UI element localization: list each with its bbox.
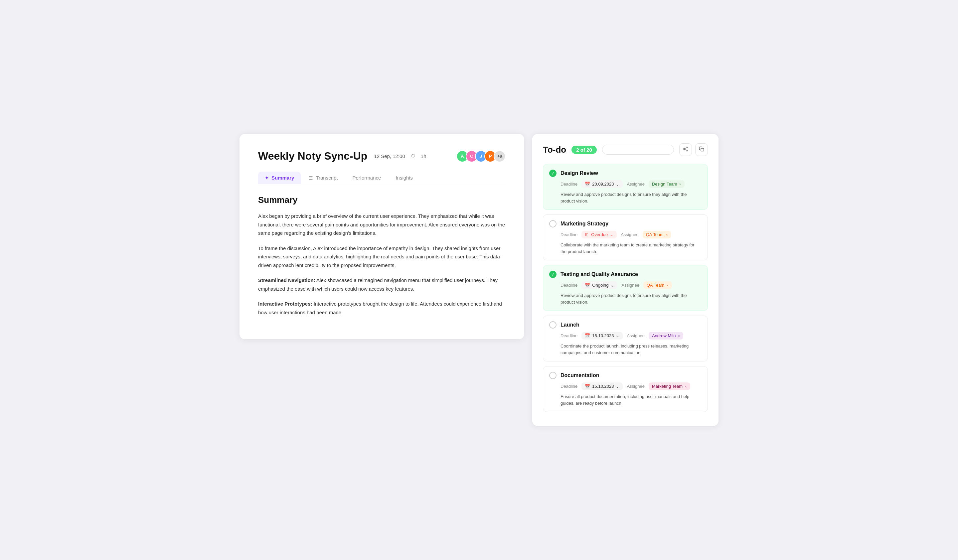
- tab-insights[interactable]: Insights: [389, 172, 419, 184]
- task-checkbox[interactable]: [549, 220, 557, 228]
- task-name: Design Review: [560, 170, 598, 176]
- assignee-pill[interactable]: Design Team ×: [649, 180, 685, 188]
- summary-paragraph: Alex began by providing a brief overview…: [258, 212, 506, 237]
- meeting-date: 12 Sep, 12:00: [374, 153, 405, 159]
- task-meta: Deadline🗓Overdue ⌄AssigneeQA Team ×: [549, 231, 701, 239]
- deadline-chevron-icon: ⌄: [610, 232, 614, 237]
- task-item: LaunchDeadline📅15.10.2023 ⌄AssigneeAndre…: [543, 316, 708, 361]
- svg-rect-5: [701, 148, 704, 151]
- duration-icon: ⏱: [411, 153, 416, 159]
- transcript-tab-icon: ☰: [309, 175, 313, 180]
- assignee-name: Marketing Team: [652, 384, 683, 389]
- remove-assignee-icon[interactable]: ×: [685, 384, 687, 388]
- assignee-pill[interactable]: Andrew Miln ×: [649, 332, 683, 340]
- task-meta: Deadline📅15.10.2023 ⌄AssigneeMarketing T…: [549, 383, 701, 390]
- summary-content: Alex began by providing a brief overview…: [258, 212, 506, 316]
- assignee-pill[interactable]: Marketing Team ×: [649, 383, 690, 390]
- tab-summary[interactable]: ✦Summary: [258, 172, 301, 184]
- app-container: Weekly Noty Sync-Up 12 Sep, 12:00 ⏱ 1h A…: [240, 134, 718, 426]
- task-header: Marketing Strategy: [549, 220, 701, 228]
- task-name: Launch: [560, 322, 579, 328]
- tab-transcript[interactable]: ☰Transcript: [302, 172, 344, 184]
- deadline-pill[interactable]: 🗓Overdue ⌄: [582, 231, 617, 239]
- task-item: DocumentationDeadline📅15.10.2023 ⌄Assign…: [543, 366, 708, 412]
- task-name: Marketing Strategy: [560, 221, 608, 227]
- assignee-name: Andrew Miln: [652, 333, 676, 338]
- deadline-chevron-icon: ⌄: [616, 333, 619, 338]
- task-checkbox[interactable]: ✓: [549, 169, 557, 177]
- task-description: Review and approve product designs to en…: [549, 292, 701, 305]
- header-icons: [679, 143, 708, 156]
- deadline-label: Deadline: [560, 384, 577, 389]
- tab-performance[interactable]: Performance: [346, 172, 388, 184]
- assignee-label: Assignee: [627, 384, 644, 389]
- tab-label: Insights: [395, 175, 413, 180]
- deadline-pill[interactable]: 📅15.10.2023 ⌄: [582, 332, 623, 340]
- tabs: ✦Summary☰TranscriptPerformanceInsights: [258, 172, 506, 184]
- remove-assignee-icon[interactable]: ×: [666, 283, 668, 287]
- tab-label: Performance: [353, 175, 381, 180]
- deadline-value: 15.10.2023: [592, 333, 614, 338]
- section-title: Summary: [258, 195, 506, 205]
- remove-assignee-icon[interactable]: ×: [666, 233, 668, 237]
- copy-icon: [699, 146, 704, 153]
- deadline-value: 15.10.2023: [592, 384, 614, 389]
- task-header: Documentation: [549, 372, 701, 379]
- deadline-value: 20.09.2023: [592, 182, 614, 187]
- assignee-name: Design Team: [652, 182, 677, 187]
- deadline-value: Overdue: [591, 232, 608, 237]
- share-icon: [683, 146, 688, 153]
- task-description: Collaborate with the marketing team to c…: [549, 242, 701, 255]
- task-checkbox[interactable]: [549, 321, 557, 329]
- search-input[interactable]: [602, 145, 674, 155]
- deadline-label: Deadline: [560, 333, 577, 338]
- task-meta: Deadline📅20.09.2023 ⌄AssigneeDesign Team…: [549, 180, 701, 188]
- task-checkbox[interactable]: [549, 372, 557, 379]
- task-description: Review and approve product designs to en…: [549, 191, 701, 204]
- todo-badge: 2 of 20: [571, 146, 597, 154]
- calendar-icon: 📅: [585, 283, 590, 288]
- summary-paragraph: Interactive Prototypes: Interactive prot…: [258, 300, 506, 316]
- svg-line-4: [685, 148, 687, 149]
- tab-label: Summary: [271, 175, 294, 180]
- task-header: Launch: [549, 321, 701, 329]
- deadline-pill[interactable]: 📅20.09.2023 ⌄: [582, 180, 623, 188]
- deadline-pill[interactable]: 📅Ongoing ⌄: [582, 282, 617, 289]
- summary-paragraph: Streamlined Navigation: Alex showcased a…: [258, 276, 506, 293]
- deadline-pill[interactable]: 📅15.10.2023 ⌄: [582, 383, 623, 390]
- deadline-chevron-icon: ⌄: [616, 182, 619, 187]
- summary-tab-icon: ✦: [265, 175, 269, 180]
- tasks-list: ✓Design ReviewDeadline📅20.09.2023 ⌄Assig…: [543, 164, 708, 412]
- deadline-label: Deadline: [560, 232, 577, 237]
- avatar-extra-count: +8: [493, 150, 506, 162]
- meeting-duration: 1h: [421, 153, 427, 159]
- calendar-icon: 📅: [585, 182, 590, 187]
- task-checkbox[interactable]: ✓: [549, 271, 557, 278]
- assignee-pill[interactable]: QA Team ×: [643, 282, 672, 289]
- assignee-label: Assignee: [621, 283, 639, 288]
- assignee-label: Assignee: [621, 232, 638, 237]
- calendar-icon: 📅: [585, 333, 590, 338]
- todo-header: To-do 2 of 20: [543, 143, 708, 156]
- task-header: ✓Design Review: [549, 169, 701, 177]
- meeting-header: Weekly Noty Sync-Up 12 Sep, 12:00 ⏱ 1h A…: [258, 150, 506, 162]
- remove-assignee-icon[interactable]: ×: [679, 182, 681, 186]
- remove-assignee-icon[interactable]: ×: [677, 334, 680, 338]
- task-meta: Deadline📅15.10.2023 ⌄AssigneeAndrew Miln…: [549, 332, 701, 340]
- left-panel: Weekly Noty Sync-Up 12 Sep, 12:00 ⏱ 1h A…: [240, 134, 524, 339]
- task-header: ✓Testing and Quality Assurance: [549, 271, 701, 278]
- summary-paragraph: To frame the discussion, Alex introduced…: [258, 244, 506, 270]
- todo-title: To-do: [543, 145, 566, 155]
- calendar-icon: 📅: [585, 384, 590, 389]
- svg-point-2: [686, 150, 688, 151]
- task-meta: Deadline📅Ongoing ⌄AssigneeQA Team ×: [549, 282, 701, 289]
- assignee-label: Assignee: [627, 333, 644, 338]
- deadline-label: Deadline: [560, 283, 577, 288]
- tab-label: Transcript: [316, 175, 338, 180]
- copy-button[interactable]: [695, 143, 708, 156]
- task-description: Coordinate the product launch, including…: [549, 343, 701, 356]
- meeting-meta: 12 Sep, 12:00 ⏱ 1h: [374, 153, 426, 159]
- share-button[interactable]: [679, 143, 692, 156]
- deadline-value: Ongoing: [592, 283, 608, 288]
- assignee-pill[interactable]: QA Team ×: [642, 231, 671, 239]
